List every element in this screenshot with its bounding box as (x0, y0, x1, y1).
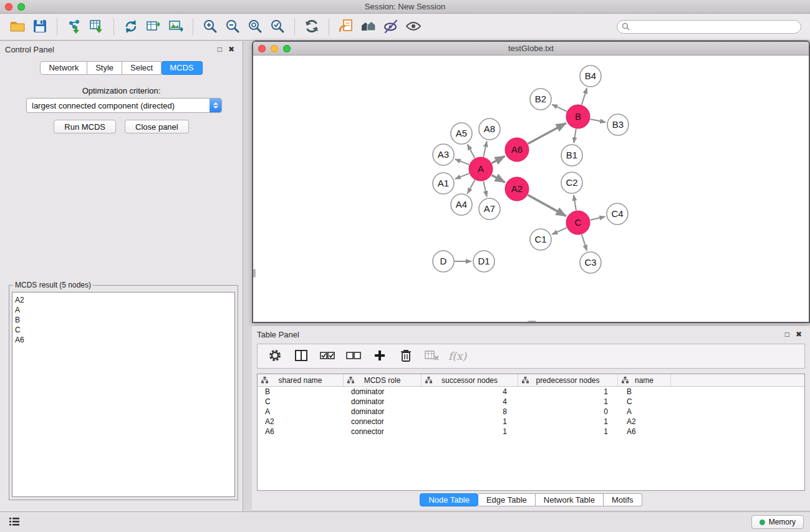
horizontal-scrollbar-thumb[interactable] (528, 321, 536, 323)
tab-network-table[interactable]: Network Table (536, 493, 604, 506)
edge-C-C1[interactable] (552, 228, 567, 235)
node-A6[interactable]: A6 (505, 138, 529, 162)
node-B2[interactable]: B2 (530, 89, 551, 110)
select-all-button[interactable] (317, 347, 337, 365)
edge-A-A7[interactable] (483, 181, 486, 197)
network-canvas[interactable]: B4B2BB3A8A5A6A3B1AA1C2A2A4A7C4CC1DD1C3 (253, 56, 809, 323)
table-row[interactable]: A2connector11A2 (258, 417, 804, 427)
node-C3[interactable]: C3 (580, 252, 601, 273)
node-A5[interactable]: A5 (451, 123, 472, 144)
table-cell[interactable]: A6 (618, 427, 671, 437)
column-header-shared-name[interactable]: shared name (258, 374, 344, 386)
show-columns-button[interactable] (291, 347, 311, 365)
edge-A-A5[interactable] (468, 145, 475, 158)
edge-B-B2[interactable] (552, 104, 567, 111)
search-input[interactable] (617, 20, 801, 34)
node-B3[interactable]: B3 (607, 114, 629, 135)
edge-A-A8[interactable] (483, 142, 486, 157)
deselect-all-button[interactable] (344, 347, 364, 365)
node-A1[interactable]: A1 (433, 173, 454, 194)
node-A[interactable]: A (469, 157, 493, 181)
graphics-details-button[interactable] (380, 16, 402, 37)
vertical-scrollbar-thumb[interactable] (253, 269, 256, 278)
node-C4[interactable]: C4 (607, 203, 628, 225)
table-cell[interactable]: A (618, 407, 671, 417)
table-cell[interactable]: connector (344, 417, 422, 427)
edge-B-B3[interactable] (591, 119, 606, 122)
open-session-button[interactable] (6, 16, 29, 37)
network-graph[interactable]: B4B2BB3A8A5A6A3B1AA1C2A2A4A7C4CC1DD1C3 (253, 56, 809, 323)
node-B[interactable]: B (566, 105, 590, 128)
node-A2[interactable]: A2 (505, 177, 529, 201)
edge-A-A4[interactable] (468, 180, 475, 194)
zoom-out-button[interactable] (221, 16, 244, 37)
edge-C-C4[interactable] (591, 216, 605, 220)
show-panels-button[interactable] (6, 515, 22, 529)
table-cell[interactable]: C (258, 397, 344, 407)
edge-A-A2[interactable] (492, 175, 505, 183)
table-cell[interactable]: dominator (344, 397, 422, 407)
close-panel-icon[interactable]: ✖ (225, 45, 238, 54)
table-row[interactable]: A6connector11A6 (258, 427, 804, 437)
delete-row-button[interactable] (396, 347, 416, 365)
table-cell[interactable]: 4 (422, 397, 518, 407)
mcds-result-item[interactable]: B (15, 315, 234, 325)
memory-button[interactable]: Memory (751, 515, 804, 529)
edge-A2-C[interactable] (528, 195, 566, 216)
table-cell[interactable]: 0 (518, 407, 618, 417)
tab-network[interactable]: Network (40, 61, 87, 75)
node-A8[interactable]: A8 (479, 118, 500, 140)
export-image-button[interactable] (165, 16, 187, 37)
table-cell[interactable]: 1 (422, 417, 518, 427)
table-cell[interactable]: 1 (518, 417, 618, 427)
tab-mcds[interactable]: MCDS (162, 61, 202, 75)
tab-motifs[interactable]: Motifs (604, 493, 642, 506)
close-panel-button[interactable]: Close panel (125, 120, 189, 133)
edge-B-B1[interactable] (574, 129, 576, 143)
node-D1[interactable]: D1 (473, 251, 494, 272)
edge-A-A3[interactable] (455, 159, 470, 165)
table-row[interactable]: Bdominator41B (258, 387, 804, 397)
column-header-predecessor-nodes[interactable]: predecessor nodes (518, 374, 618, 386)
float-panel-icon[interactable]: □ (215, 45, 225, 54)
edge-C-C3[interactable] (582, 235, 587, 251)
column-header-name[interactable]: name (618, 374, 671, 386)
table-cell[interactable]: A2 (258, 417, 344, 427)
edge-B-B4[interactable] (582, 88, 587, 105)
table-cell[interactable]: 1 (518, 427, 618, 437)
table-cell[interactable]: 8 (422, 407, 518, 417)
network-window-titlebar[interactable]: testGlobe.txt (253, 42, 809, 56)
node-B4[interactable]: B4 (580, 65, 601, 87)
zoom-selected-button[interactable] (266, 16, 289, 37)
table-cell[interactable]: C (618, 397, 671, 407)
table-row[interactable]: Cdominator41C (258, 397, 804, 407)
column-header-successor-nodes[interactable]: successor nodes (422, 374, 518, 386)
tab-style[interactable]: Style (87, 61, 122, 75)
node-A4[interactable]: A4 (451, 194, 472, 215)
table-cell[interactable]: A6 (258, 427, 344, 437)
zoom-fit-button[interactable] (244, 16, 266, 37)
criterion-dropdown[interactable]: largest connected component (directed) (26, 98, 222, 113)
function-builder-label[interactable]: f(x) (448, 350, 466, 362)
table-cell[interactable]: B (618, 387, 671, 397)
node-C2[interactable]: C2 (561, 172, 582, 193)
node-A7[interactable]: A7 (479, 198, 500, 220)
node-A3[interactable]: A3 (433, 144, 454, 165)
new-network-button[interactable] (120, 16, 142, 37)
node-B1[interactable]: B1 (561, 145, 582, 166)
table-row[interactable]: Adominator80A (258, 407, 804, 417)
table-cell[interactable]: 1 (518, 387, 618, 397)
table-cell[interactable]: A (258, 407, 344, 417)
float-table-panel-icon[interactable]: □ (782, 330, 793, 339)
table-cell[interactable]: 4 (422, 387, 518, 397)
mcds-result-list[interactable]: A2ABCA6 (12, 292, 235, 497)
edge-A6-B[interactable] (528, 123, 566, 143)
import-table-button[interactable] (85, 16, 108, 37)
birds-eye-button[interactable] (402, 16, 425, 37)
edge-A-A6[interactable] (492, 156, 505, 163)
table-cell[interactable]: A2 (618, 417, 671, 427)
node-D[interactable]: D (433, 251, 454, 272)
mcds-result-item[interactable]: A6 (15, 335, 234, 345)
zoom-in-button[interactable] (199, 16, 221, 37)
column-header-MCDS-role[interactable]: MCDS role (344, 374, 422, 386)
